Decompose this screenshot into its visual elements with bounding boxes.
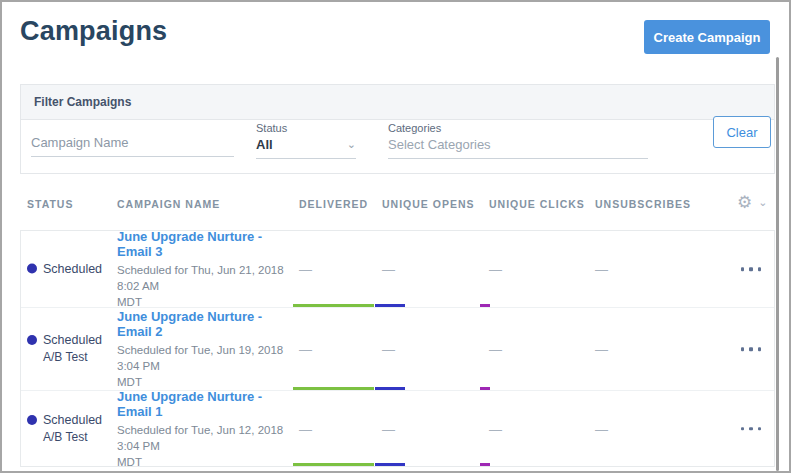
- unique-clicks-stat-bar: [480, 387, 490, 390]
- status-cell: Scheduled A/B Test: [27, 412, 113, 446]
- table-row: Scheduled A/B Test June Upgrade Nurture …: [21, 308, 774, 391]
- status-field-label: Status: [256, 122, 356, 134]
- column-header-unique-opens: Unique Opens: [382, 198, 475, 210]
- delivered-value: —: [299, 262, 312, 277]
- campaign-cell: June Upgrade Nurture - Email 3 Scheduled…: [117, 229, 299, 310]
- unsubscribes-value: —: [595, 421, 608, 436]
- column-header-unique-clicks: Unique Clicks: [489, 198, 585, 210]
- status-label: Scheduled: [43, 333, 102, 347]
- delivered-stat-bar: [293, 387, 374, 390]
- status-cell: Scheduled A/B Test: [27, 332, 113, 366]
- scheduled-status-dot-icon: [27, 335, 37, 345]
- delivered-stat-bar: [293, 463, 374, 466]
- campaign-schedule-text: Scheduled for Thu, Jun 21, 2018 8:02 AM …: [117, 262, 299, 310]
- unique-opens-value: —: [382, 421, 395, 436]
- filter-panel: Filter Campaigns Campaign Name Status Al…: [20, 84, 775, 174]
- delivered-stat-bar: [293, 304, 374, 307]
- campaign-name-field[interactable]: Campaign Name: [31, 135, 234, 157]
- unique-clicks-value: —: [489, 342, 502, 357]
- table-header: Status Campaign Name Delivered Unique Op…: [2, 198, 789, 214]
- scheduled-status-dot-icon: [27, 264, 37, 274]
- create-campaign-button[interactable]: Create Campaign: [644, 20, 770, 54]
- status-cell: Scheduled: [27, 261, 113, 278]
- status-select-value: All: [256, 137, 273, 152]
- unique-clicks-value: —: [489, 421, 502, 436]
- vertical-scrollbar[interactable]: [776, 57, 779, 471]
- gear-icon[interactable]: ⚙: [737, 192, 752, 213]
- unique-opens-stat-bar: [375, 304, 405, 307]
- unsubscribes-value: —: [595, 342, 608, 357]
- categories-input[interactable]: Select Categories: [388, 137, 648, 159]
- categories-field[interactable]: Categories Select Categories: [388, 122, 648, 159]
- clear-filters-button[interactable]: Clear: [713, 116, 771, 148]
- categories-field-label: Categories: [388, 122, 648, 134]
- table-settings-menu[interactable]: ⚙ ⌄: [737, 192, 767, 213]
- campaign-schedule-text: Scheduled for Tue, Jun 12, 2018 3:04 PM …: [117, 421, 299, 469]
- unique-clicks-stat-bar: [480, 463, 490, 466]
- column-header-status: Status: [27, 198, 73, 210]
- column-header-delivered: Delivered: [299, 198, 368, 210]
- campaign-name-link[interactable]: June Upgrade Nurture - Email 1: [117, 388, 299, 418]
- status-sublabel: A/B Test: [43, 430, 87, 444]
- filter-panel-title: Filter Campaigns: [21, 85, 774, 120]
- row-actions-menu-icon[interactable]: [741, 263, 762, 275]
- delivered-value: —: [299, 421, 312, 436]
- campaign-schedule-text: Scheduled for Tue, Jun 19, 2018 3:04 PM …: [117, 342, 299, 390]
- filter-body: Campaign Name Status All ⌄ Categories Se…: [21, 120, 774, 173]
- status-field[interactable]: Status All ⌄: [256, 122, 356, 159]
- table-row: Scheduled A/B Test June Upgrade Nurture …: [21, 391, 774, 466]
- row-actions-menu-icon[interactable]: [741, 423, 762, 435]
- chevron-down-icon: ⌄: [758, 196, 767, 209]
- status-label: Scheduled: [43, 413, 102, 427]
- unique-clicks-stat-bar: [480, 304, 490, 307]
- chevron-down-icon: ⌄: [347, 138, 356, 151]
- unique-opens-stat-bar: [375, 387, 405, 390]
- unique-clicks-value: —: [489, 262, 502, 277]
- column-header-campaign-name: Campaign Name: [117, 198, 220, 210]
- table-row: Scheduled June Upgrade Nurture - Email 3…: [21, 231, 774, 308]
- status-select[interactable]: All ⌄: [256, 137, 356, 159]
- status-label: Scheduled: [43, 262, 102, 276]
- row-actions-menu-icon[interactable]: [741, 343, 762, 355]
- column-header-unsubscribes: Unsubscribes: [595, 198, 691, 210]
- campaign-name-input[interactable]: Campaign Name: [31, 135, 234, 157]
- scheduled-status-dot-icon: [27, 415, 37, 425]
- campaign-cell: June Upgrade Nurture - Email 2 Scheduled…: [117, 309, 299, 390]
- campaign-cell: June Upgrade Nurture - Email 1 Scheduled…: [117, 388, 299, 469]
- delivered-value: —: [299, 342, 312, 357]
- unique-opens-value: —: [382, 342, 395, 357]
- unique-opens-value: —: [382, 262, 395, 277]
- page-title: Campaigns: [20, 16, 167, 47]
- unsubscribes-value: —: [595, 262, 608, 277]
- campaign-name-link[interactable]: June Upgrade Nurture - Email 2: [117, 309, 299, 339]
- campaigns-table: Scheduled June Upgrade Nurture - Email 3…: [20, 230, 775, 467]
- campaigns-page: Campaigns Create Campaign Filter Campaig…: [0, 0, 791, 473]
- status-sublabel: A/B Test: [43, 350, 87, 364]
- unique-opens-stat-bar: [375, 463, 405, 466]
- campaign-name-link[interactable]: June Upgrade Nurture - Email 3: [117, 229, 299, 259]
